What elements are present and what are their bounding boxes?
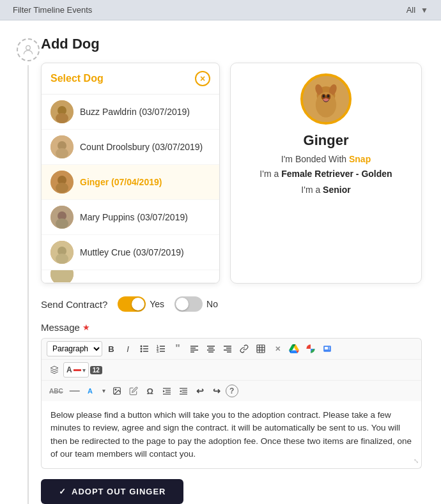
avatar xyxy=(50,241,74,264)
dog-name-date: Muttley Crue (03/07/2019) xyxy=(80,247,184,257)
required-indicator: ★ xyxy=(82,323,90,332)
toggle-no[interactable] xyxy=(174,296,203,312)
spell-check-button[interactable] xyxy=(47,362,62,378)
align-right-button[interactable] xyxy=(220,341,235,356)
page-title: Add Dog xyxy=(41,36,422,52)
align-left-button[interactable] xyxy=(187,341,202,356)
avatar xyxy=(50,206,74,229)
profile-image xyxy=(300,73,352,125)
text-color-dropdown[interactable]: ▾ xyxy=(100,383,108,399)
numbered-list-button[interactable]: 1.2.3. xyxy=(153,341,169,356)
adopt-button-label: ADOPT OUT GINGER xyxy=(72,487,166,496)
adopt-button[interactable]: ✓ ADOPT OUT GINGER xyxy=(41,479,183,504)
paragraph-select[interactable]: Paragraph Heading 1 Heading 2 xyxy=(47,341,102,356)
google-drive-button[interactable] xyxy=(286,341,302,356)
svg-point-30 xyxy=(141,348,143,350)
link-button[interactable] xyxy=(236,341,252,356)
editor-content[interactable]: Below please find a button which will ta… xyxy=(50,409,412,461)
toggle-yes[interactable] xyxy=(118,296,146,312)
dog-name-date: Buzz Pawldrin (03/07/2019) xyxy=(80,107,190,117)
badge: 12 xyxy=(90,366,102,374)
dog-profile-card: Ginger I'm Bonded With Snap I'm a Female… xyxy=(230,63,422,284)
italic-button[interactable]: I xyxy=(120,341,135,356)
svg-point-9 xyxy=(56,183,68,193)
svg-point-15 xyxy=(56,254,68,264)
list-item[interactable] xyxy=(42,270,219,283)
svg-point-25 xyxy=(323,95,325,98)
resize-handle[interactable]: ⤡ xyxy=(414,456,419,466)
font-color-chevron: ▾ xyxy=(82,367,86,374)
chevron-down-icon: ▼ xyxy=(421,6,428,15)
send-contract-label: Send Contract? xyxy=(41,299,107,310)
dog-name-date: Count Droolsbury (03/07/2019) xyxy=(80,142,203,152)
profile-breed: I'm a Female Retriever - Golden xyxy=(259,168,392,181)
svg-point-6 xyxy=(56,148,68,158)
profile-bonded-text: I'm Bonded With Snap xyxy=(281,154,371,164)
svg-rect-61 xyxy=(329,349,330,350)
svg-point-3 xyxy=(56,113,68,123)
text-color-button[interactable]: A xyxy=(84,383,99,399)
list-item[interactable]: Count Droolsbury (03/07/2019) xyxy=(42,130,219,165)
profile-age: I'm a Senior xyxy=(301,185,350,195)
page-body: Add Dog Select Dog × Buzz Pawldrin xyxy=(41,36,422,504)
avatar xyxy=(50,100,74,123)
dog-circle-icon xyxy=(17,38,40,61)
close-dropdown-button[interactable]: × xyxy=(195,71,210,86)
indent-button[interactable] xyxy=(159,383,174,399)
font-color-underline xyxy=(74,369,81,371)
svg-point-16 xyxy=(50,270,74,283)
bold-button[interactable]: B xyxy=(104,341,119,356)
code-button[interactable]: ✕ xyxy=(270,341,285,356)
list-item[interactable]: Mary Puppins (03/07/2019) xyxy=(42,200,219,235)
message-label-row: Message ★ xyxy=(41,322,422,333)
svg-point-32 xyxy=(141,351,143,353)
svg-rect-58 xyxy=(325,347,328,349)
bullet-list-button[interactable] xyxy=(137,341,152,356)
google-slides-button[interactable] xyxy=(320,341,335,356)
toggle-no-label: No xyxy=(206,299,218,309)
special-chars-button[interactable]: Ω xyxy=(143,383,158,399)
font-color-control[interactable]: A ▾ xyxy=(63,362,89,378)
svg-text:A: A xyxy=(88,387,93,395)
send-contract-row: Send Contract? Yes No xyxy=(41,296,422,312)
dog-selector-row: Select Dog × Buzz Pawldrin (03/07/2019) xyxy=(41,63,422,284)
toolbar-row-1: Paragraph Heading 1 Heading 2 B I 1.2.3.… xyxy=(42,339,421,360)
svg-point-22 xyxy=(316,92,336,118)
avatar xyxy=(50,135,74,158)
vertical-timeline-line xyxy=(27,65,29,504)
undo-button[interactable]: ↩ xyxy=(192,383,208,399)
sidebar-line xyxy=(15,36,41,504)
list-item[interactable]: Ginger (07/04/2019) xyxy=(42,165,219,200)
insert-image-button[interactable] xyxy=(109,383,125,399)
list-item[interactable]: Muttley Crue (03/07/2019) xyxy=(42,235,219,270)
editor-toolbar: Paragraph Heading 1 Heading 2 B I 1.2.3.… xyxy=(41,338,422,401)
svg-rect-60 xyxy=(329,348,330,349)
avatar xyxy=(50,171,74,194)
profile-name: Ginger xyxy=(304,132,349,149)
help-button[interactable]: ? xyxy=(226,385,238,397)
outdent-button[interactable] xyxy=(176,383,191,399)
redo-button[interactable]: ↪ xyxy=(209,383,224,399)
blockquote-button[interactable]: " xyxy=(170,341,185,356)
dog-name-date-selected: Ginger (07/04/2019) xyxy=(80,177,162,187)
toggle-no-group[interactable]: No xyxy=(174,296,218,312)
avatar xyxy=(50,270,74,283)
list-item[interactable]: Buzz Pawldrin (03/07/2019) xyxy=(42,95,219,130)
align-center-button[interactable] xyxy=(203,341,219,356)
checkmark-icon: ✓ xyxy=(59,487,66,496)
svg-rect-52 xyxy=(257,345,265,353)
editor-area[interactable]: Below please find a button which will ta… xyxy=(41,401,422,469)
select-dog-dropdown[interactable]: Select Dog × Buzz Pawldrin (03/07/2019) xyxy=(41,63,220,284)
snap-text: Snap xyxy=(349,154,371,164)
abc-button[interactable]: ABC xyxy=(47,383,66,399)
google-photos-button[interactable] xyxy=(303,341,318,356)
edit-source-button[interactable] xyxy=(126,383,141,399)
filter-bar-right[interactable]: All ▼ xyxy=(406,5,428,15)
hr-button[interactable]: — xyxy=(67,383,82,399)
profile-image-wrapper xyxy=(300,73,352,125)
table-button[interactable] xyxy=(253,341,268,356)
svg-point-64 xyxy=(115,389,116,390)
message-label: Message xyxy=(41,322,80,333)
toggle-yes-group[interactable]: Yes xyxy=(118,296,164,312)
svg-rect-59 xyxy=(329,347,330,347)
